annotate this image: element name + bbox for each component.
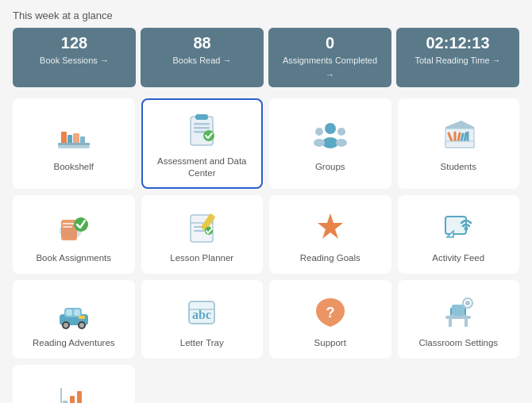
activity-feed-icon <box>438 208 478 248</box>
tile-classroom-settings[interactable]: Classroom Settings <box>398 280 520 359</box>
stat-time-label: Total Reading Time → <box>414 56 500 65</box>
tile-book-assignments[interactable]: Book Assignments <box>13 195 135 274</box>
stat-read-number: 88 <box>150 34 254 52</box>
svg-rect-67 <box>77 391 82 403</box>
svg-rect-28 <box>63 226 72 228</box>
svg-point-17 <box>336 139 347 147</box>
svg-line-21 <box>461 134 463 141</box>
svg-rect-57 <box>465 308 466 316</box>
assessment-label: Assessment and Data Center <box>149 155 256 179</box>
students-label: Students <box>441 161 476 173</box>
assessment-icon <box>182 111 222 151</box>
reporting-center-icon <box>54 378 94 403</box>
activity-feed-label: Activity Feed <box>432 252 484 264</box>
svg-point-29 <box>74 217 88 232</box>
reading-goals-icon <box>310 208 350 248</box>
stat-assign-number: 0 <box>278 34 382 52</box>
tiles-grid: Bookshelf Assessment and Data Center <box>13 98 519 403</box>
svg-line-20 <box>458 133 460 141</box>
svg-rect-66 <box>70 396 75 403</box>
svg-point-59 <box>465 301 470 305</box>
svg-rect-9 <box>194 131 205 133</box>
svg-rect-24 <box>445 141 474 148</box>
stat-assignments[interactable]: 0 Assignments Completed → <box>268 28 391 87</box>
svg-rect-52 <box>445 316 471 319</box>
svg-rect-3 <box>73 133 79 144</box>
stat-sessions-number: 128 <box>22 34 126 52</box>
tile-reporting-center[interactable]: Reporting Center <box>13 365 135 403</box>
svg-rect-55 <box>452 305 465 316</box>
svg-line-22 <box>465 133 466 141</box>
groups-label: Groups <box>315 161 345 173</box>
svg-text:?: ? <box>326 305 334 320</box>
svg-rect-53 <box>449 319 452 327</box>
svg-point-15 <box>314 139 325 147</box>
reading-goals-label: Reading Goals <box>300 252 360 264</box>
classroom-settings-label: Classroom Settings <box>418 337 498 349</box>
tile-activity-feed[interactable]: Activity Feed <box>398 195 520 274</box>
svg-rect-41 <box>66 309 72 316</box>
tile-letter-tray[interactable]: abc Letter Tray <box>141 280 264 359</box>
book-assignments-icon <box>54 208 94 248</box>
svg-rect-1 <box>61 132 67 144</box>
tile-groups[interactable]: Groups <box>269 98 391 189</box>
svg-point-38 <box>465 226 468 230</box>
stat-assign-label: Assignments Completed → <box>283 56 377 79</box>
svg-rect-47 <box>79 316 85 319</box>
reading-adventures-label: Reading Adventures <box>33 337 115 349</box>
svg-rect-54 <box>465 319 468 327</box>
tile-students[interactable]: Students <box>398 98 520 189</box>
svg-rect-5 <box>58 143 90 145</box>
tile-support[interactable]: ? Support <box>269 280 391 359</box>
reading-adventures-icon <box>54 293 94 332</box>
svg-point-12 <box>325 123 336 134</box>
lesson-planner-icon <box>182 208 222 248</box>
support-icon: ? <box>310 293 350 332</box>
svg-point-44 <box>64 323 68 328</box>
svg-rect-8 <box>194 127 210 129</box>
stat-time-number: 02:12:13 <box>406 34 510 52</box>
week-title: This week at a glance <box>13 10 519 21</box>
bookshelf-label: Bookshelf <box>53 161 94 173</box>
book-assignments-label: Book Assignments <box>36 252 111 264</box>
stat-books-read[interactable]: 88 Books Read → <box>141 28 264 87</box>
lesson-planner-label: Lesson Planner <box>170 252 233 264</box>
svg-rect-42 <box>74 309 80 316</box>
stat-read-label: Books Read → <box>173 56 232 65</box>
groups-icon <box>310 117 350 156</box>
letter-tray-label: Letter Tray <box>180 337 224 349</box>
bookshelf-icon <box>54 117 94 156</box>
svg-marker-36 <box>318 213 343 239</box>
support-label: Support <box>314 337 346 349</box>
svg-point-16 <box>337 128 345 136</box>
stat-sessions-label: Book Sessions → <box>40 56 109 65</box>
tile-lesson-planner[interactable]: Lesson Planner <box>141 195 264 274</box>
tile-reading-goals[interactable]: Reading Goals <box>269 195 391 274</box>
stats-row: 128 Book Sessions → 88 Books Read → 0 As… <box>13 28 519 87</box>
svg-rect-7 <box>194 123 210 125</box>
stat-book-sessions[interactable]: 128 Book Sessions → <box>13 28 136 87</box>
svg-rect-10 <box>195 114 208 120</box>
tile-assessment[interactable]: Assessment and Data Center <box>141 98 264 189</box>
svg-rect-27 <box>63 223 75 225</box>
svg-point-46 <box>79 323 84 328</box>
students-icon <box>438 117 478 156</box>
svg-rect-56 <box>450 308 452 316</box>
classroom-settings-icon <box>438 293 478 332</box>
svg-point-14 <box>315 128 323 136</box>
tile-bookshelf[interactable]: Bookshelf <box>13 98 135 189</box>
stat-reading-time[interactable]: 02:12:13 Total Reading Time → <box>396 28 519 87</box>
tile-reading-adventures[interactable]: Reading Adventures <box>13 280 135 359</box>
letter-tray-icon: abc <box>182 293 222 332</box>
